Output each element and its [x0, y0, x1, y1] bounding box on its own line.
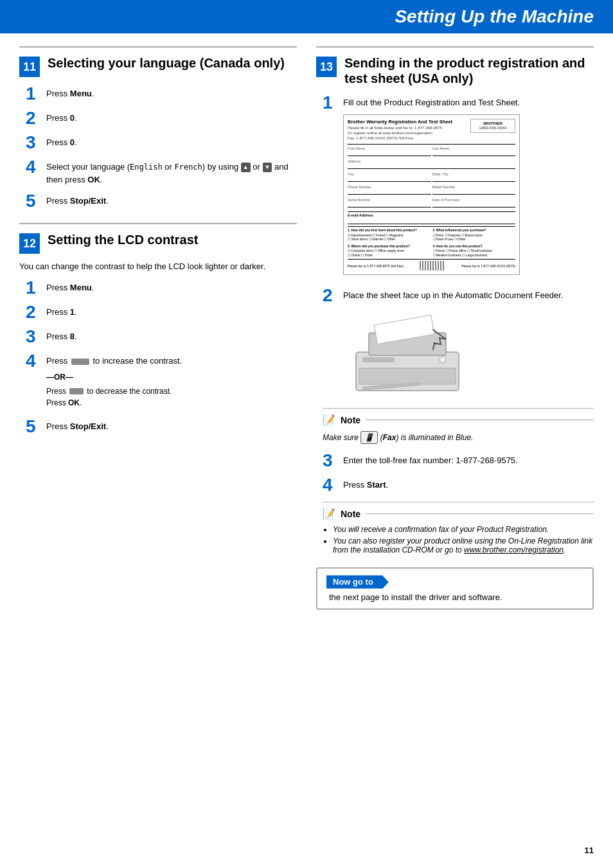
- step-number: 3: [26, 134, 40, 152]
- note-2: 📝 Note You will receive a confirmation f…: [323, 502, 594, 554]
- section-13-title: Sending in the product registration and …: [344, 55, 594, 86]
- note-1: 📝 Note Make sure 📱 (Fax) is illuminated …: [323, 408, 594, 444]
- step-12-4: 4 Press to increase the contrast. —OR— P…: [26, 352, 297, 411]
- svg-rect-5: [359, 368, 456, 384]
- note-icon: 📝: [323, 414, 335, 426]
- step-text: Enter the toll-free fax number: 1-877-26…: [343, 452, 518, 467]
- page-header: Setting Up the Machine: [0, 0, 613, 33]
- step-number: 3: [26, 328, 40, 346]
- step-11-2: 2 Press 0.: [26, 109, 297, 127]
- step-number: 2: [26, 109, 40, 127]
- step-number: 2: [323, 287, 337, 305]
- svg-point-4: [440, 357, 446, 363]
- section-12-steps: 1 Press Menu. 2 Press 1. 3 Press 8. 4 Pr…: [26, 279, 297, 436]
- step-number: 4: [26, 352, 40, 370]
- section-12-header: 12 Setting the LCD contrast: [19, 232, 297, 254]
- step-text: Place the sheet face up in the Automatic…: [343, 287, 564, 400]
- step-number: 4: [323, 476, 337, 494]
- note-label: Note: [341, 415, 360, 425]
- section-13-steps: 1 Fill out the Product Registration and …: [323, 94, 594, 554]
- step-number: 5: [26, 418, 40, 436]
- adf-illustration: [343, 307, 564, 401]
- section-12-intro: You can change the contrast to help the …: [19, 261, 297, 271]
- step-text: Press 1.: [46, 303, 77, 319]
- step-text: Press 8.: [46, 328, 77, 343]
- now-goto-label: Now go to: [326, 575, 583, 589]
- step-13-2: 2 Place the sheet face up in the Automat…: [323, 287, 594, 400]
- step-text: Select your language (English or French)…: [46, 158, 297, 186]
- section-13: 13 Sending in the product registration a…: [316, 46, 594, 554]
- main-content: 11 Selecting your language (Canada only)…: [0, 33, 613, 623]
- section-12-number: 12: [19, 233, 40, 254]
- step-number: 3: [323, 452, 337, 470]
- step-12-5: 5 Press Stop/Exit.: [26, 418, 297, 436]
- step-number: 2: [26, 303, 40, 321]
- section-12-title: Setting the LCD contrast: [48, 232, 198, 247]
- right-column: 13 Sending in the product registration a…: [316, 46, 594, 610]
- page-number: 11: [585, 846, 594, 855]
- step-text: Press to increase the contrast. —OR— Pre…: [46, 352, 182, 411]
- svg-rect-3: [362, 357, 395, 362]
- step-13-4: 4 Press Start.: [323, 476, 594, 494]
- left-column: 11 Selecting your language (Canada only)…: [19, 46, 297, 610]
- now-goto-tag: Now go to: [326, 575, 389, 589]
- step-12-2: 2 Press 1.: [26, 303, 297, 321]
- step-11-5: 5 Press Stop/Exit.: [26, 192, 297, 210]
- step-11-1: 1 Press Menu.: [26, 85, 297, 103]
- section-13-header: 13 Sending in the product registration a…: [316, 55, 594, 86]
- fax-button: 📱: [360, 431, 378, 444]
- step-text: Press Menu.: [46, 85, 94, 100]
- now-goto-text: the next page to install the driver and …: [329, 592, 583, 602]
- step-text: Press Stop/Exit.: [46, 192, 109, 208]
- step-11-4: 4 Select your language (English or Frenc…: [26, 158, 297, 186]
- section-13-number: 13: [316, 57, 337, 77]
- note-2-icon: 📝: [323, 508, 335, 520]
- step-text: Press Start.: [343, 476, 388, 492]
- step-11-3: 3 Press 0.: [26, 134, 297, 152]
- note-2-body: You will receive a confirmation fax of y…: [323, 525, 594, 554]
- step-number: 1: [323, 94, 337, 112]
- section-11-header: 11 Selecting your language (Canada only): [19, 55, 297, 77]
- section-11-number: 11: [19, 57, 40, 77]
- step-number: 1: [26, 279, 40, 297]
- step-12-1: 1 Press Menu.: [26, 279, 297, 297]
- note-2-label: Note: [341, 509, 360, 519]
- note-2-title: 📝 Note: [323, 508, 594, 520]
- registration-sheet: Brother Warranty Registration And Test S…: [343, 114, 520, 276]
- step-13-3: 3 Enter the toll-free fax number: 1-877-…: [323, 452, 594, 470]
- section-11: 11 Selecting your language (Canada only)…: [19, 46, 297, 210]
- step-text: Press Menu.: [46, 279, 94, 294]
- section-12: 12 Setting the LCD contrast You can chan…: [19, 223, 297, 436]
- page-title: Setting Up the Machine: [395, 6, 594, 26]
- step-number: 4: [26, 158, 40, 176]
- step-text: Press 0.: [46, 134, 77, 149]
- step-13-1: 1 Fill out the Product Registration and …: [323, 94, 594, 280]
- now-goto-box: Now go to the next page to install the d…: [316, 567, 594, 610]
- note-body: Make sure 📱 (Fax) is illuminated in Blue…: [323, 431, 594, 444]
- step-12-3: 3 Press 8.: [26, 328, 297, 346]
- note-title: 📝 Note: [323, 414, 594, 426]
- step-number: 1: [26, 85, 40, 103]
- section-11-steps: 1 Press Menu. 2 Press 0. 3 Press 0. 4 Se…: [26, 85, 297, 210]
- step-text: Press Stop/Exit.: [46, 418, 109, 433]
- step-text: Press 0.: [46, 109, 77, 125]
- step-number: 5: [26, 192, 40, 210]
- step-text: Fill out the Product Registration and Te…: [343, 94, 520, 280]
- section-11-title: Selecting your language (Canada only): [48, 55, 285, 71]
